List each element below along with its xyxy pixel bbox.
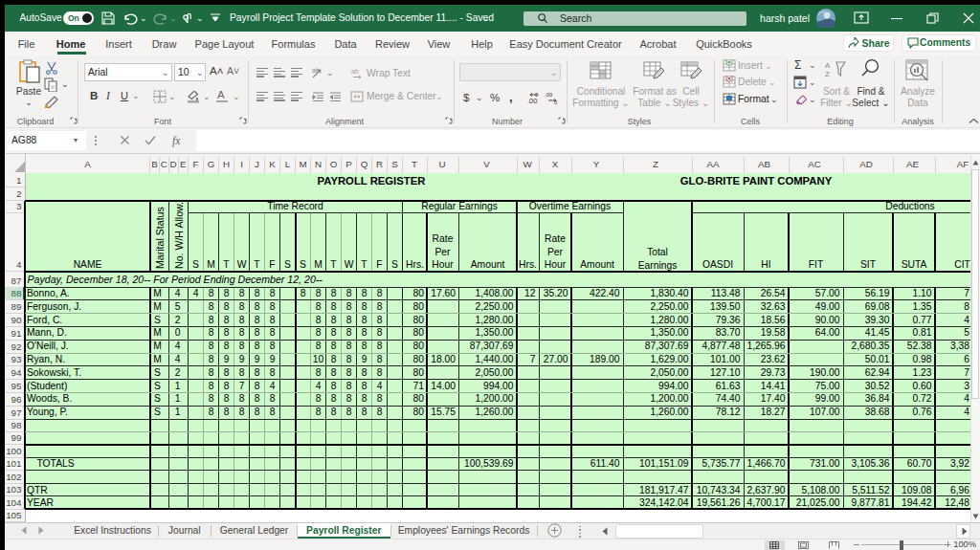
svg-text:Z: Z (825, 70, 830, 78)
svg-text:ab: ab (312, 67, 320, 74)
svg-text:A: A (825, 61, 831, 70)
svg-text:ab: ab (351, 68, 359, 75)
